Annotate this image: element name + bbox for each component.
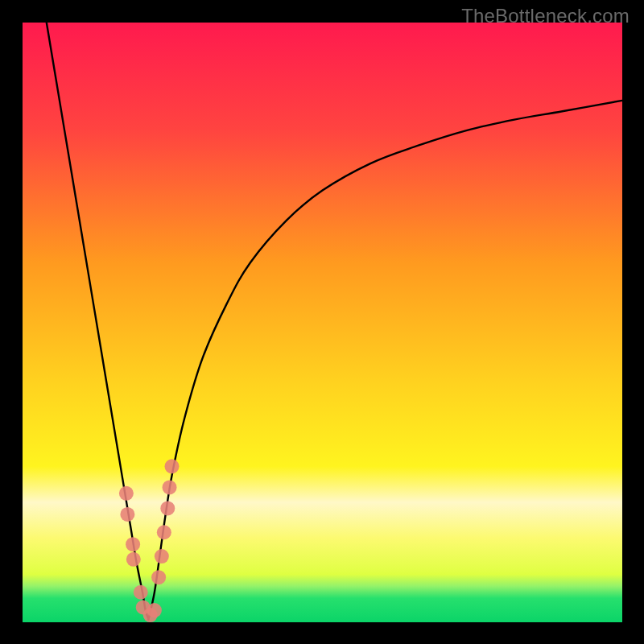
curve-left-branch	[47, 23, 149, 619]
marker-point	[163, 480, 177, 494]
marker-point	[119, 486, 134, 501]
chart-frame: TheBottleneck.com	[0, 0, 644, 644]
marker-point	[147, 603, 162, 617]
marker-point	[160, 501, 175, 515]
marker-point	[155, 549, 169, 564]
marker-point	[134, 585, 148, 600]
plot-area	[23, 23, 622, 622]
marker-point	[120, 507, 134, 522]
marker-point	[157, 525, 171, 539]
marker-point	[151, 570, 166, 584]
watermark-text: TheBottleneck.com	[461, 5, 630, 27]
curve-right-branch	[148, 101, 622, 619]
marker-group	[119, 459, 180, 622]
marker-point	[165, 459, 180, 473]
curve-svg	[23, 23, 622, 622]
marker-point	[126, 537, 140, 551]
marker-point	[126, 552, 141, 567]
